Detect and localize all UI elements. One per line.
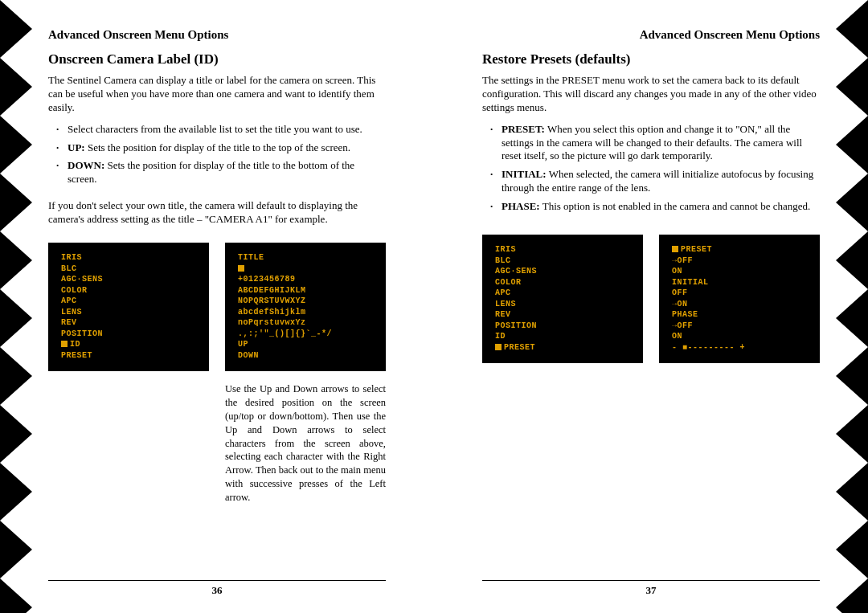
page-footer: 37	[482, 580, 820, 597]
osd-screenshot-menu: IRIS BLC AGC·SENS COLOR APC LENS REV POS…	[48, 243, 209, 371]
cursor-icon	[238, 265, 244, 272]
osd-caption: Use the Up and Down arrows to select the…	[225, 382, 386, 505]
cursor-icon	[61, 341, 68, 347]
osd-screenshot-menu: IRIS BLC AGC·SENS COLOR APC LENS REV POS…	[482, 235, 643, 363]
bullet-list: PRESET: When you select this option and …	[490, 123, 820, 219]
page-footer: 36	[48, 580, 386, 597]
intro-text: The Sentinel Camera can display a title …	[48, 74, 386, 115]
page-37: Advanced Onscreen Menu Options Restore P…	[434, 0, 868, 613]
bullet-item: Select characters from the available lis…	[56, 123, 386, 137]
page-header: Advanced Onscreen Menu Options	[482, 28, 820, 42]
bullet-item: PRESET: When you select this option and …	[490, 123, 820, 164]
bullet-item: PHASE: This option is not enabled in the…	[490, 200, 820, 214]
section-title: Restore Presets (defaults)	[482, 51, 820, 67]
osd-screenshot-preset: PRESET →OFF ON INITIAL OFF →ON PHASE →OF…	[659, 235, 820, 363]
intro-text: The settings in the PRESET menu work to …	[482, 74, 820, 115]
bullet-item: UP: Sets the position for display of the…	[56, 141, 386, 155]
bullet-list: Select characters from the available lis…	[56, 123, 386, 192]
page-number: 36	[48, 580, 386, 597]
bullet-item: INITIAL: When selected, the camera will …	[490, 168, 820, 195]
cursor-icon	[672, 246, 678, 252]
outro-text: If you don't select your own title, the …	[48, 199, 386, 227]
bullet-item: DOWN: Sets the position for display of t…	[56, 159, 386, 186]
page-36: Advanced Onscreen Menu Options Onscreen …	[0, 0, 434, 613]
page-header: Advanced Onscreen Menu Options	[48, 28, 386, 42]
page-number: 37	[482, 580, 820, 597]
section-title: Onscreen Camera Label (ID)	[48, 51, 386, 67]
cursor-icon	[495, 344, 502, 350]
osd-screenshot-title: TITLE +0123456789 ABCDEFGHIJKLM NOPQRSTU…	[225, 243, 386, 371]
